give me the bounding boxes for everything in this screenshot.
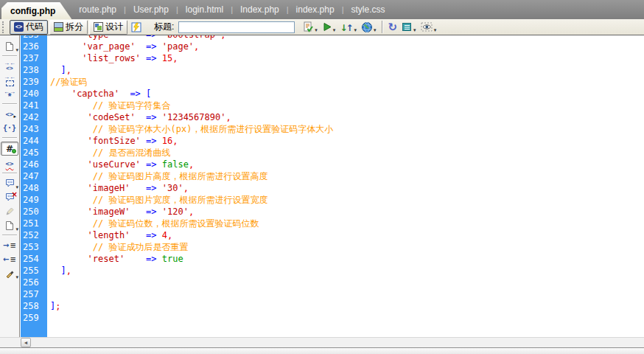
tab-route-php[interactable]: route.php bbox=[71, 0, 124, 19]
line-number: 254 bbox=[21, 253, 47, 265]
line-numbers-icon[interactable]: # bbox=[1, 142, 18, 156]
coding-toolbar-separator bbox=[2, 235, 17, 236]
code-line[interactable]: ], bbox=[50, 64, 644, 76]
document-toolbar: <>代码拆分设计 标题: ▾▾↓↑▾▾↻▾▾ bbox=[0, 19, 644, 35]
code-line[interactable]: 'fontSize' => 16, bbox=[50, 135, 644, 147]
line-number: 258 bbox=[21, 300, 47, 312]
live-data-view-button[interactable] bbox=[130, 21, 143, 34]
select-parent-tag-icon[interactable]: <>▸ bbox=[1, 108, 18, 120]
line-number: 248 bbox=[21, 182, 47, 194]
expand-all-icon[interactable]: ←→* bbox=[1, 88, 18, 100]
gutter-numbers: 2352362372382392402412422432442452462472… bbox=[21, 35, 47, 324]
code-line[interactable]: 'captcha' => [ bbox=[50, 88, 644, 100]
split-view-button[interactable]: 拆分 bbox=[49, 20, 88, 35]
line-number: 252 bbox=[21, 229, 47, 241]
code-line[interactable]: 'type' => 'bootstrap', bbox=[50, 35, 644, 41]
tab-style-css[interactable]: style.css bbox=[344, 0, 393, 19]
preview-debug-icon bbox=[322, 21, 332, 32]
tab-login-html[interactable]: login.html bbox=[178, 0, 231, 19]
visual-aids-icon bbox=[421, 21, 433, 32]
code-line[interactable]: ]; bbox=[50, 300, 644, 312]
document-tabbar: config.phproute.php|User.php|login.html|… bbox=[0, 0, 644, 19]
view-options-button[interactable]: ▾ bbox=[400, 21, 418, 34]
code-line[interactable]: // 验证成功后是否重置 bbox=[50, 241, 644, 253]
outdent-code-icon[interactable]: ←≡ bbox=[1, 253, 18, 266]
remove-comment-icon[interactable]: × bbox=[1, 191, 18, 204]
coding-toolbar-separator bbox=[2, 137, 17, 139]
preview-in-browser-icon bbox=[361, 21, 373, 33]
toolbar-grip[interactable] bbox=[2, 21, 6, 33]
line-number: 238 bbox=[21, 64, 47, 76]
file-management-button[interactable]: ↓↑▾ bbox=[338, 21, 358, 34]
recent-snippets-icon[interactable]: ▾ bbox=[1, 219, 18, 232]
line-number: 257 bbox=[21, 288, 47, 300]
code-editor[interactable]: 2352362372382392402412422432442452462472… bbox=[21, 35, 644, 337]
format-source-code-icon[interactable]: ▾ bbox=[1, 267, 18, 280]
balance-braces-icon[interactable]: {·} bbox=[1, 122, 18, 134]
line-number: 240 bbox=[21, 88, 47, 100]
line-number: 243 bbox=[21, 123, 47, 135]
dropdown-arrow-icon: ▾ bbox=[374, 27, 377, 34]
dropdown-arrow-icon: ▾ bbox=[315, 27, 318, 34]
code-line[interactable]: 'useCurve' => false, bbox=[50, 159, 644, 170]
line-number: 239 bbox=[21, 76, 47, 88]
collapse-selection-icon[interactable]: →← bbox=[1, 74, 18, 86]
preview-in-browser-button[interactable]: ▾ bbox=[360, 21, 378, 34]
highlight-invalid-code-icon[interactable]: <> bbox=[1, 157, 18, 170]
line-number: 245 bbox=[21, 147, 47, 159]
code-line[interactable] bbox=[50, 312, 644, 324]
line-number: 256 bbox=[21, 277, 47, 288]
tab-config-php[interactable]: config.php bbox=[1, 2, 71, 19]
code-line[interactable]: ], bbox=[50, 265, 644, 277]
code-line[interactable]: 'reset' => true bbox=[50, 253, 644, 265]
code-view-button[interactable]: <>代码 bbox=[10, 20, 48, 35]
status-strip bbox=[0, 347, 644, 354]
indent-code-icon[interactable]: →≡ bbox=[1, 239, 18, 251]
refresh-button[interactable]: ↻ bbox=[387, 21, 399, 34]
code-line[interactable]: 'var_page' => 'page', bbox=[50, 41, 644, 52]
code-lines[interactable]: 'type' => 'bootstrap', 'var_page' => 'pa… bbox=[47, 35, 644, 337]
title-label: 标题: bbox=[154, 21, 174, 33]
line-number: 259 bbox=[21, 312, 47, 324]
tab-User-php[interactable]: User.php bbox=[126, 0, 176, 19]
view-button-label: 代码 bbox=[26, 21, 43, 33]
view-button-label: 拆分 bbox=[66, 21, 83, 33]
title-input[interactable] bbox=[178, 21, 295, 33]
code-line[interactable]: 'codeSet' => '1234567890', bbox=[50, 111, 644, 123]
visual-aids-button[interactable]: ▾ bbox=[419, 21, 438, 34]
code-line[interactable]: // 验证码图片高度，根据所需进行设置高度 bbox=[50, 170, 644, 182]
open-documents-icon[interactable]: ▾ bbox=[1, 40, 18, 52]
code-line[interactable]: // 验证码字符集合 bbox=[50, 100, 644, 111]
tab-index-php[interactable]: index.php bbox=[289, 0, 342, 19]
design-view-button[interactable]: 设计 bbox=[89, 20, 127, 35]
code-line[interactable]: 'length' => 4, bbox=[50, 229, 644, 241]
code-line[interactable]: 'imageW' => '120', bbox=[50, 206, 644, 218]
code-line[interactable]: // 验证码位数，根据所需设置验证码位数 bbox=[50, 218, 644, 229]
line-number: 247 bbox=[21, 170, 47, 182]
line-number-gutter: 2352362372382392402412422432442452462472… bbox=[21, 35, 47, 337]
code-line[interactable] bbox=[50, 277, 644, 288]
view-buttons-group: <>代码拆分设计 bbox=[10, 20, 129, 35]
code-line[interactable]: // 验证码字体大小(px)，根据所需进行设置验证码字体大小 bbox=[50, 123, 644, 135]
scroll-left-arrow[interactable]: ◄ bbox=[21, 338, 31, 347]
code-line[interactable]: 'list_rows' => 15, bbox=[50, 52, 644, 64]
line-number: 249 bbox=[21, 194, 47, 206]
live-data-view-icon bbox=[131, 22, 141, 32]
horizontal-scrollbar[interactable]: ◄ bbox=[0, 337, 644, 347]
code-line[interactable]: //验证码 bbox=[50, 76, 644, 88]
file-management-icon: ↓↑ bbox=[340, 21, 353, 34]
code-line[interactable]: // 是否画混淆曲线 bbox=[50, 147, 644, 159]
code-line[interactable]: 'imageH' => '30', bbox=[50, 182, 644, 194]
line-number: 251 bbox=[21, 218, 47, 229]
validate-markup-button[interactable]: ▾ bbox=[301, 21, 319, 34]
code-view-icon: <> bbox=[14, 22, 24, 32]
code-line[interactable] bbox=[50, 288, 644, 300]
tab-Index-php[interactable]: Index.php bbox=[233, 0, 287, 19]
dropdown-arrow-icon: ▾ bbox=[354, 27, 357, 34]
collapse-full-tag-icon[interactable]: →←<> bbox=[1, 60, 18, 72]
code-line[interactable]: // 验证码图片宽度，根据所需进行设置宽度 bbox=[50, 194, 644, 206]
line-number: 236 bbox=[21, 41, 47, 52]
preview-debug-button[interactable]: ▾ bbox=[321, 21, 337, 34]
wrap-tag-icon[interactable] bbox=[1, 205, 18, 218]
apply-comment-icon[interactable]: ▾ bbox=[1, 177, 18, 190]
